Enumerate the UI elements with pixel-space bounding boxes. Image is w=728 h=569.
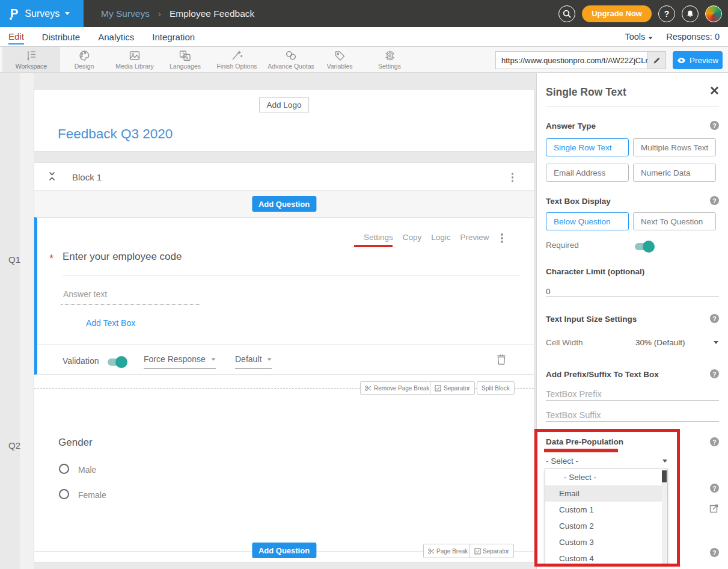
tab-integration[interactable]: Integration [152, 32, 195, 42]
q2-radio-male[interactable] [59, 464, 69, 474]
cell-width-value[interactable]: 30% (Default) [635, 338, 685, 347]
remove-page-break-button[interactable]: Remove Page Break [360, 381, 434, 395]
separator-button-bottom[interactable]: Separator [470, 544, 514, 558]
pencil-icon [653, 57, 661, 64]
hidden-help-icon-2[interactable]: ? [710, 548, 719, 557]
panel-title: Single Row Text [546, 86, 626, 99]
answer-type-multiple-rows[interactable]: Multiple Rows Text [633, 138, 716, 156]
hidden-help-icon-1[interactable]: ? [710, 484, 719, 493]
help-button[interactable]: ? [658, 5, 675, 22]
add-logo-button[interactable]: Add Logo [259, 97, 310, 112]
scissors-icon [428, 548, 435, 555]
wand-icon [230, 50, 243, 61]
brand-logo[interactable]: P Surveys [0, 0, 84, 27]
scissors-icon [365, 385, 372, 392]
search-button[interactable] [558, 5, 575, 22]
question-number-q1: Q1 [8, 254, 20, 265]
q1-tab-preview[interactable]: Preview [460, 233, 489, 242]
page-break-button[interactable]: Page Break [423, 544, 473, 558]
responses-count[interactable]: Responses: 0 [666, 32, 720, 42]
answer-type-single-row[interactable]: Single Row Text [546, 138, 629, 156]
toolbar-finish-options[interactable]: Finish Options [209, 47, 265, 72]
toolbar-design[interactable]: Design [60, 47, 108, 72]
q1-default-dropdown[interactable]: Default [235, 354, 272, 369]
block-menu-button[interactable] [512, 173, 514, 182]
nav-row: Edit Distribute Analytics Integration To… [0, 27, 728, 47]
prefix-underline [546, 400, 719, 401]
collapse-block-icon[interactable] [48, 171, 56, 181]
q1-validation-toggle[interactable] [108, 358, 126, 366]
edit-url-button[interactable] [647, 52, 665, 69]
q1-title[interactable]: Enter your employee code [63, 251, 182, 263]
brand-label: Surveys [25, 8, 60, 19]
answer-type-numeric[interactable]: Numeric Data [633, 164, 716, 182]
block-card: Block 1 Add Question Settings Copy Logic… [34, 162, 534, 562]
q1-title-underline [63, 275, 521, 275]
tab-edit[interactable]: Edit [8, 31, 24, 45]
block-title[interactable]: Block 1 [72, 172, 102, 182]
survey-url-input[interactable]: https://www.questionpro.com/t/AW22ZjCLr [495, 51, 666, 69]
question-q2-card[interactable]: Gender Male Female [34, 401, 534, 538]
toolbar-media-library[interactable]: Media Library [108, 47, 161, 72]
q1-tab-logic[interactable]: Logic [431, 233, 450, 242]
q1-required-asterisk: * [49, 253, 54, 265]
text-input-size-help-icon[interactable]: ? [710, 314, 719, 323]
q1-tab-copy[interactable]: Copy [403, 233, 422, 242]
text-input-size-label: Text Input Size Settings [546, 315, 637, 324]
q1-answer-placeholder[interactable]: Answer text [63, 289, 107, 299]
delete-question-icon[interactable] [497, 354, 506, 365]
preview-button[interactable]: Preview [673, 51, 723, 69]
required-toggle[interactable] [635, 243, 653, 250]
answer-type-email[interactable]: Email Address [546, 164, 629, 182]
tab-analytics[interactable]: Analytics [98, 32, 134, 42]
breadcrumb: My Surveys › Employee Feedback [101, 0, 254, 27]
separator-button[interactable]: Separator [430, 381, 475, 395]
data-prepopulation-help-icon[interactable]: ? [710, 437, 719, 446]
cell-width-caret-icon[interactable] [714, 341, 718, 344]
q2-radio-female[interactable] [59, 489, 69, 499]
display-next-to-question[interactable]: Next To Question [633, 212, 716, 230]
textbox-prefix-input[interactable]: TextBox Prefix [546, 389, 602, 399]
q1-force-response-dropdown[interactable]: Force Response [144, 354, 216, 369]
avatar[interactable] [705, 5, 722, 22]
toolbar: Workspace Design Media Library 文A Langua… [0, 47, 728, 73]
split-block-button[interactable]: Split Block [477, 381, 515, 395]
breadcrumb-my-surveys[interactable]: My Surveys [101, 8, 150, 19]
toolbar-settings[interactable]: Settings [362, 47, 417, 72]
textbox-suffix-input[interactable]: TextBox Suffix [546, 410, 601, 420]
close-panel-icon[interactable] [710, 86, 719, 95]
tools-menu[interactable]: Tools [625, 32, 653, 42]
answer-type-help-icon[interactable]: ? [710, 121, 719, 130]
question-q1-card[interactable]: Settings Copy Logic Preview * Enter your… [34, 217, 534, 375]
prefix-suffix-label: Add Prefix/Suffix To Text Box [546, 370, 659, 379]
q2-title[interactable]: Gender [58, 437, 93, 449]
text-box-display-help-icon[interactable]: ? [710, 196, 719, 205]
bell-icon [686, 10, 694, 18]
display-below-question[interactable]: Below Question [546, 212, 629, 230]
add-question-button-top[interactable]: Add Question [252, 196, 316, 212]
char-limit-underline [546, 297, 719, 297]
translate-icon: 文A [179, 50, 192, 61]
q1-answer-underline [61, 304, 200, 305]
char-limit-input[interactable]: 0 [546, 287, 551, 296]
survey-header-card: Add Logo Feedback Q3 2020 [34, 89, 534, 152]
toolbar-languages[interactable]: 文A Languages [161, 47, 209, 72]
palette-icon [78, 50, 91, 61]
page-break-zone: Remove Page Break Separator Split Block [34, 375, 534, 401]
tab-distribute[interactable]: Distribute [42, 32, 80, 42]
toolbar-variables[interactable]: Variables [317, 47, 362, 72]
toolbar-advance-quotas[interactable]: Advance Quotas [265, 47, 317, 72]
q1-tab-settings[interactable]: Settings [364, 233, 393, 242]
upgrade-now-button[interactable]: Upgrade Now [582, 5, 652, 22]
external-link-icon[interactable] [709, 503, 719, 513]
add-question-button-bottom[interactable]: Add Question [252, 543, 316, 558]
breadcrumb-current: Employee Feedback [170, 8, 254, 19]
notifications-button[interactable] [682, 5, 699, 22]
prefix-suffix-help-icon[interactable]: ? [710, 369, 719, 378]
q2-option-female[interactable]: Female [78, 490, 106, 500]
q2-option-male[interactable]: Male [78, 465, 96, 475]
survey-title[interactable]: Feedback Q3 2020 [58, 126, 173, 142]
q1-menu-button[interactable] [501, 233, 503, 243]
toolbar-workspace[interactable]: Workspace [2, 47, 60, 72]
q1-add-text-box-link[interactable]: Add Text Box [86, 318, 135, 328]
